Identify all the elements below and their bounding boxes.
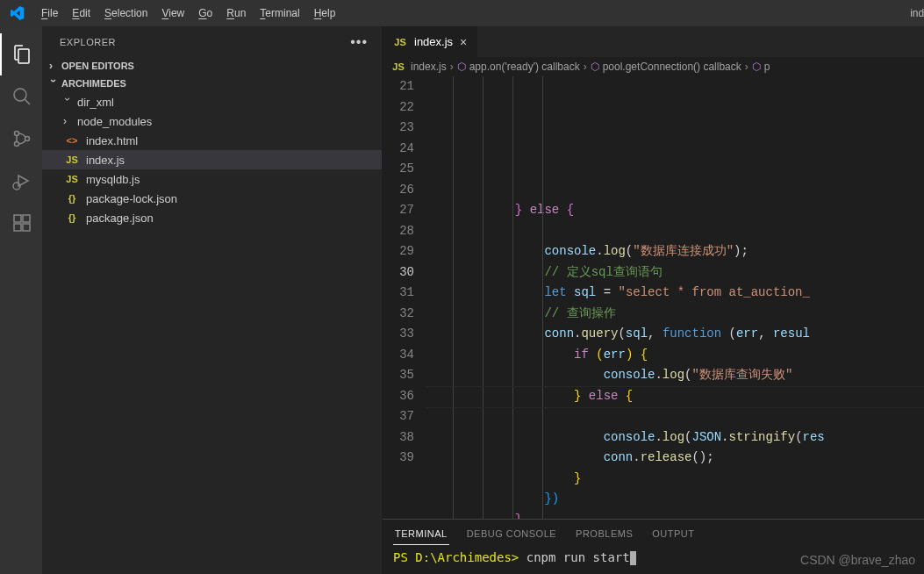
line-number: 32	[383, 304, 414, 325]
activity-explorer-icon[interactable]	[0, 33, 42, 75]
code-line[interactable]: conn.release();	[426, 448, 924, 469]
menu-view[interactable]: View	[155, 4, 190, 23]
code-line[interactable]: console.log(JSON.stringify(res	[426, 427, 924, 448]
breadcrumb-item[interactable]: app.on('ready') callback	[469, 61, 580, 73]
code-line[interactable]: conn.query(sql, function (err, resul	[426, 324, 924, 345]
line-gutter: 21222324252627282930313233343536373839	[383, 76, 426, 519]
code-line[interactable]: console.log("数据库连接成功");	[426, 241, 924, 262]
code-line[interactable]	[426, 406, 924, 427]
sidebar-title: EXPLORER	[60, 37, 116, 47]
code-line[interactable]: // 查询操作	[426, 304, 924, 325]
code-line[interactable]: // 定义sql查询语句	[426, 262, 924, 283]
json-file-icon: {}	[63, 212, 81, 223]
svg-point-1	[15, 132, 19, 136]
panel-tab-output[interactable]: OUTPUT	[650, 525, 696, 545]
line-number: 33	[383, 324, 414, 345]
activity-search-icon[interactable]	[0, 75, 42, 118]
line-number: 38	[383, 427, 414, 448]
line-number: 30	[383, 262, 414, 283]
tree-item-label: package-lock.json	[86, 192, 177, 205]
code-line[interactable]: } else {	[426, 386, 924, 407]
panel-tab-problems[interactable]: PROBLEMS	[574, 525, 634, 545]
chevron-right-icon: ›	[450, 61, 454, 73]
tree-item-label: mysqldb.js	[86, 173, 140, 186]
code-line[interactable]: }	[426, 510, 924, 520]
svg-rect-5	[14, 215, 21, 222]
breadcrumb[interactable]: JS index.js›⬡ app.on('ready') callback›⬡…	[383, 57, 924, 76]
line-number: 24	[383, 139, 414, 160]
tree-item-node_modules[interactable]: ›node_modules	[42, 111, 382, 131]
tree-item-label: node_modules	[77, 115, 152, 128]
editor-tabs: JS index.js ×	[383, 26, 924, 57]
tree-item-label: index.js	[86, 154, 125, 167]
line-number: 39	[383, 448, 414, 469]
activity-scm-icon[interactable]	[0, 118, 42, 160]
terminal[interactable]: PS D:\Archimedes> cnpm run start	[383, 545, 924, 574]
menu-file[interactable]: File	[35, 4, 64, 23]
line-number: 21	[383, 76, 414, 97]
js-file-icon: JS	[63, 154, 81, 165]
open-editors-header[interactable]: › OPEN EDITORS	[42, 57, 382, 75]
breadcrumb-item[interactable]: p	[764, 61, 770, 73]
code-line[interactable]: console.log("数据库查询失败"	[426, 365, 924, 386]
tab-label: index.js	[414, 35, 453, 48]
line-number: 36	[383, 386, 414, 407]
more-actions-icon[interactable]: •••	[350, 34, 368, 50]
menu-edit[interactable]: Edit	[66, 4, 97, 23]
line-number: 25	[383, 159, 414, 180]
project-header[interactable]: › ARCHIMEDES	[42, 75, 382, 92]
svg-rect-6	[14, 224, 21, 231]
line-number: 28	[383, 221, 414, 242]
tree-item-package-json[interactable]: {}package.json	[42, 208, 382, 227]
line-number: 23	[383, 118, 414, 139]
symbol-icon: ⬡	[591, 61, 599, 73]
activity-bar	[0, 26, 42, 574]
line-number: 27	[383, 200, 414, 221]
terminal-cursor	[630, 551, 636, 565]
line-number: 35	[383, 365, 414, 386]
file-tree: ›dir_xml›node_modules<>index.htmlJSindex…	[42, 92, 382, 227]
line-number: 22	[383, 97, 414, 118]
tab-index-js[interactable]: JS index.js ×	[383, 26, 478, 57]
menu-bar: FileEditSelectionViewGoRunTerminalHelp	[35, 4, 341, 23]
line-number: 26	[383, 180, 414, 201]
close-icon[interactable]: ×	[458, 35, 469, 49]
menu-terminal[interactable]: Terminal	[254, 4, 305, 23]
tree-item-label: index.html	[86, 134, 138, 147]
panel-tab-terminal[interactable]: TERMINAL	[393, 525, 449, 545]
panel-tab-debug-console[interactable]: DEBUG CONSOLE	[465, 525, 558, 545]
terminal-command: cnpm run start	[526, 550, 630, 564]
html-file-icon: <>	[63, 135, 81, 146]
code-line[interactable]: if (err) {	[426, 345, 924, 366]
code-line[interactable]: }	[426, 469, 924, 490]
project-label: ARCHIMEDES	[61, 78, 126, 89]
activity-debug-icon[interactable]	[0, 160, 42, 202]
code-line[interactable]: let sql = "select * from at_auction_	[426, 283, 924, 304]
menu-go[interactable]: Go	[192, 4, 218, 23]
tree-item-index-js[interactable]: JSindex.js	[42, 150, 382, 169]
tree-item-mysqldb-js[interactable]: JSmysqldb.js	[42, 169, 382, 189]
menu-help[interactable]: Help	[308, 4, 342, 23]
symbol-icon: ⬡	[457, 61, 466, 73]
tree-item-index-html[interactable]: <>index.html	[42, 131, 382, 150]
panel-tabs: TERMINALDEBUG CONSOLEPROBLEMSOUTPUT	[383, 520, 924, 545]
chevron-down-icon: ›	[61, 97, 74, 106]
tree-item-label: package.json	[86, 212, 154, 225]
menu-selection[interactable]: Selection	[98, 4, 154, 23]
breadcrumb-item[interactable]: index.js	[411, 61, 447, 73]
activity-extensions-icon[interactable]	[0, 202, 42, 244]
menu-run[interactable]: Run	[220, 4, 252, 23]
tree-item-package-lock-json[interactable]: {}package-lock.json	[42, 189, 382, 208]
tree-item-label: dir_xml	[77, 96, 114, 109]
code-line[interactable]: } else {	[426, 200, 924, 221]
code-line[interactable]: })	[426, 489, 924, 510]
tree-item-dir_xml[interactable]: ›dir_xml	[42, 92, 382, 111]
open-editors-label: OPEN EDITORS	[61, 61, 134, 71]
editor[interactable]: 21222324252627282930313233343536373839 }…	[383, 76, 924, 519]
vscode-logo-icon	[7, 6, 28, 20]
code-line[interactable]	[426, 221, 924, 242]
code-content[interactable]: } else { console.log("数据库连接成功"); // 定义sq…	[426, 76, 924, 519]
sidebar: EXPLORER ••• › OPEN EDITORS › ARCHIMEDES…	[42, 26, 383, 574]
breadcrumb-item[interactable]: pool.getConnection() callback	[603, 61, 741, 73]
line-number: 29	[383, 241, 414, 262]
